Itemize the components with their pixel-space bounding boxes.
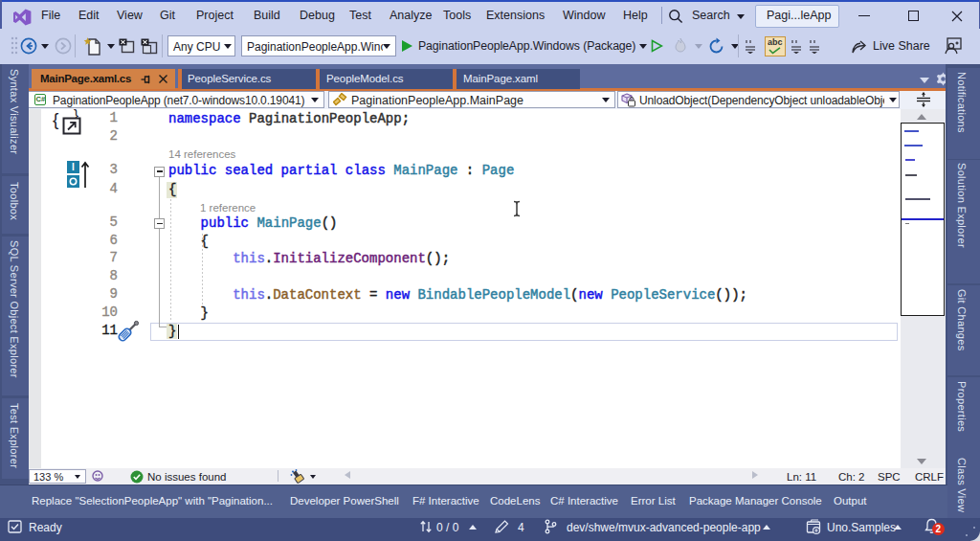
svg-text:I: I bbox=[72, 162, 75, 172]
